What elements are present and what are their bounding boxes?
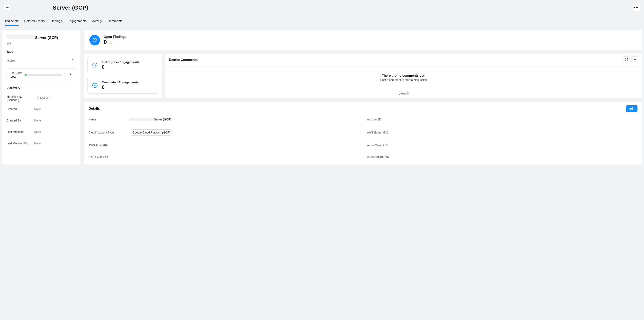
azure-tenant-id-label: Azure Tenant ID — [367, 144, 400, 147]
details-title: Details — [88, 107, 100, 111]
asset-id: 433 — [6, 42, 76, 45]
chevron-down-icon — [72, 58, 75, 63]
tab-overview[interactable]: Overview — [5, 19, 18, 26]
page-title: Server (GCP) — [14, 4, 88, 11]
back-button[interactable]: ← — [4, 4, 10, 10]
in-progress-value: 0 — [102, 64, 140, 70]
edit-button[interactable]: Edit — [626, 105, 638, 112]
account-id-label: Account ID — [367, 118, 400, 121]
chevron-down-icon — [68, 72, 72, 77]
in-progress-title: In Progress Engagements — [102, 60, 140, 64]
risk-level: Low — [10, 75, 22, 78]
more-horizontal-icon: ••• — [634, 5, 638, 9]
risk-bar — [25, 74, 62, 76]
comments-title: Recent Comments — [169, 58, 198, 62]
page-title-suffix: Server (GCP) — [53, 4, 88, 11]
open-findings-value: 0 — [104, 39, 107, 45]
discovery-label: Discovery — [6, 86, 76, 89]
engagements-column: In Progress Engagements 0 Completed Enga… — [84, 54, 162, 98]
name-value: Server (GCP) — [129, 118, 171, 121]
aws-role-arn-label: AWS Role ARN — [88, 144, 121, 147]
arrow-down-icon: ↓ — [109, 41, 110, 44]
created-by-value: None — [34, 119, 41, 122]
asset-name-suffix: Server (GCP) — [35, 36, 58, 40]
tab-engagements[interactable]: Engagements — [68, 19, 86, 26]
more-menu-button[interactable]: ••• — [632, 4, 640, 11]
open-findings-card: Open Findings 0 ↓ 0 — [84, 30, 642, 50]
badge-check-icon — [92, 82, 98, 89]
view-all-comments[interactable]: View All — [165, 89, 642, 98]
created-label: Created — [6, 107, 34, 111]
last-modified-label: Last Modified — [6, 130, 34, 133]
open-findings-delta-value: 0 — [111, 41, 112, 44]
tab-comments[interactable]: Comments — [108, 19, 123, 26]
created-value: None — [34, 107, 41, 111]
refresh-icon — [624, 58, 628, 62]
plus-icon — [633, 58, 637, 62]
open-findings-delta: ↓ 0 — [109, 41, 113, 44]
completed-value: 0 — [102, 84, 138, 90]
svg-point-1 — [95, 41, 95, 41]
name-suffix: Server (GCP) — [154, 118, 171, 121]
risk-value: 0 — [64, 73, 66, 77]
azure-client-id-label: Azure Client ID — [88, 155, 121, 158]
clock-icon — [92, 62, 98, 68]
cloud-type-label: Cloud Account Type — [88, 131, 121, 134]
identified-by-pill[interactable]: ◎ EASM — [34, 95, 50, 100]
completed-engagements-card: Completed Engagements 0 — [87, 77, 158, 94]
tab-related-assets[interactable]: Related Assets — [24, 19, 45, 26]
shield-icon — [90, 35, 100, 45]
no-comments-sub: Post a comment to start a discussion — [169, 78, 638, 81]
arrow-left-icon: ← — [6, 5, 9, 9]
redacted-text — [129, 118, 154, 121]
add-comment-button[interactable] — [631, 56, 638, 63]
risk-label: Risk Score — [10, 71, 22, 74]
completed-title: Completed Engagements — [102, 80, 138, 84]
open-findings-title: Open Findings — [104, 35, 126, 39]
recent-comments-card: Recent Comments — [165, 54, 642, 98]
risk-dot — [24, 74, 26, 76]
aws-external-id-label: AWS External ID — [367, 131, 400, 134]
name-label: Name — [88, 118, 121, 121]
last-modified-value: None — [34, 130, 41, 133]
redacted-text — [6, 34, 35, 39]
created-by-label: Created By — [6, 119, 34, 122]
last-modified-by-value: None — [34, 142, 41, 145]
tab-activity[interactable]: Activity — [92, 19, 102, 26]
tags-select[interactable]: None — [6, 57, 76, 64]
cloud-type-pill: Google Cloud Platform (GCP) — [129, 129, 173, 136]
last-modified-by-label: Last Modified By — [6, 142, 34, 145]
asset-summary-panel: Server (GCP) 433 Tags None Risk Score Lo… — [2, 30, 80, 164]
azure-secret-key-label: Azure Secret Key — [367, 155, 400, 158]
tags-value: None — [7, 59, 15, 62]
details-card: Details Edit Name Server (GCP) Account I… — [84, 102, 642, 164]
identified-by-value: EASM — [40, 96, 48, 99]
identified-by-label: Identified By (Optional) — [6, 95, 34, 102]
target-icon: ◎ — [37, 96, 39, 99]
no-comments-title: There are no comments yet! — [169, 74, 638, 77]
tags-label: Tags — [6, 50, 76, 53]
tab-bar: Overview Related Assets Findings Engagem… — [0, 11, 644, 26]
redacted-text — [14, 4, 53, 9]
risk-score-card[interactable]: Risk Score Low 0 — [6, 68, 76, 81]
refresh-button[interactable] — [623, 56, 630, 63]
tab-findings[interactable]: Findings — [50, 19, 62, 26]
in-progress-engagements-card: In Progress Engagements 0 — [87, 57, 158, 73]
